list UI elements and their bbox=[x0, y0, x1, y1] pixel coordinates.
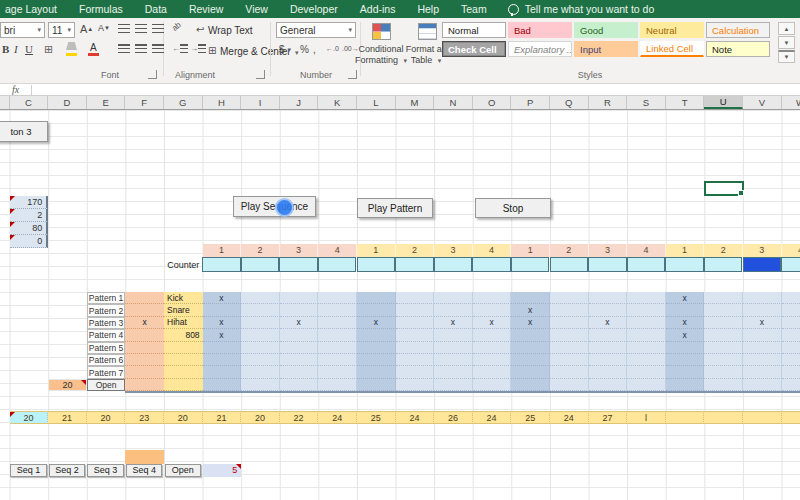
instrument-cell[interactable]: Hihat bbox=[164, 317, 203, 329]
counter-step-header[interactable]: 3 bbox=[743, 244, 782, 257]
step-cell[interactable] bbox=[704, 292, 743, 304]
step-cell[interactable] bbox=[434, 329, 473, 341]
wrap-text-button[interactable]: Wrap Text bbox=[208, 25, 253, 36]
step-cell[interactable] bbox=[280, 292, 319, 304]
cell-style-neutral[interactable]: Neutral bbox=[640, 22, 704, 38]
counter-cell[interactable] bbox=[395, 257, 434, 273]
step-cell[interactable] bbox=[550, 317, 589, 329]
step-cell[interactable] bbox=[280, 304, 319, 316]
number-dialog-launcher-icon[interactable] bbox=[348, 70, 357, 79]
step-cell[interactable] bbox=[704, 342, 743, 354]
step-cell[interactable] bbox=[589, 342, 628, 354]
pattern-select-cell[interactable] bbox=[125, 329, 164, 341]
counter-cell[interactable] bbox=[588, 257, 627, 273]
tempo-row-cell[interactable] bbox=[666, 411, 705, 424]
step-cell[interactable] bbox=[704, 366, 743, 378]
align-right-icon[interactable] bbox=[152, 44, 164, 53]
step-cell[interactable] bbox=[357, 304, 396, 316]
styles-scroll-up-icon[interactable]: ▲ bbox=[778, 22, 795, 35]
step-cell[interactable] bbox=[550, 292, 589, 304]
step-cell[interactable] bbox=[782, 317, 800, 329]
step-cell[interactable] bbox=[743, 354, 782, 366]
seq4-highlight-cell[interactable] bbox=[125, 450, 164, 464]
seq-button-seq-4[interactable]: Seq 4 bbox=[126, 464, 163, 478]
pattern-select-cell[interactable] bbox=[125, 304, 164, 316]
counter-step-header[interactable]: 3 bbox=[589, 244, 628, 257]
pattern-select-cell[interactable] bbox=[125, 292, 164, 304]
cell-style-bad[interactable]: Bad bbox=[508, 22, 572, 38]
tell-me-box[interactable]: Tell me what you want to do bbox=[523, 0, 666, 18]
counter-cell[interactable] bbox=[241, 257, 280, 273]
ribbon-tab-add-ins[interactable]: Add-ins bbox=[349, 0, 407, 18]
ribbon-tab-age-layout[interactable]: age Layout bbox=[0, 0, 68, 18]
step-cell[interactable] bbox=[357, 329, 396, 341]
pattern-select-cell[interactable] bbox=[125, 342, 164, 354]
column-header-partial[interactable] bbox=[0, 96, 10, 109]
step-cell[interactable] bbox=[550, 379, 589, 391]
step-cell[interactable]: x bbox=[589, 317, 628, 329]
step-cell[interactable] bbox=[473, 379, 512, 391]
column-header-R[interactable]: R bbox=[589, 96, 628, 109]
ribbon-tab-developer[interactable]: Developer bbox=[279, 0, 349, 18]
step-cell[interactable] bbox=[627, 329, 666, 341]
step-cell[interactable] bbox=[743, 366, 782, 378]
step-cell[interactable] bbox=[280, 342, 319, 354]
counter-cell[interactable] bbox=[202, 257, 241, 273]
step-cell[interactable] bbox=[396, 366, 435, 378]
step-cell[interactable] bbox=[550, 354, 589, 366]
pattern-row-label[interactable]: Pattern 5 bbox=[87, 342, 126, 354]
step-cell[interactable] bbox=[357, 292, 396, 304]
cell-style-good[interactable]: Good bbox=[574, 22, 638, 38]
step-cell[interactable] bbox=[511, 354, 550, 366]
tempo-row-cell[interactable]: 24 bbox=[550, 411, 589, 424]
button3[interactable]: ton 3 bbox=[0, 121, 48, 142]
step-cell[interactable]: x bbox=[743, 317, 782, 329]
orientation-icon[interactable]: ab bbox=[170, 20, 183, 33]
styles-scroll-down-icon[interactable]: ▼ bbox=[778, 36, 795, 49]
step-cell[interactable] bbox=[743, 379, 782, 391]
counter-step-header[interactable]: 4 bbox=[627, 244, 666, 257]
align-middle-icon[interactable] bbox=[135, 24, 147, 33]
step-cell[interactable] bbox=[203, 366, 242, 378]
ribbon-tab-view[interactable]: View bbox=[234, 0, 279, 18]
step-cell[interactable] bbox=[627, 354, 666, 366]
pattern-select-cell[interactable] bbox=[125, 366, 164, 378]
step-cell[interactable] bbox=[241, 342, 280, 354]
number-format-combobox[interactable]: General▾ bbox=[276, 22, 356, 38]
seq-button-seq-2[interactable]: Seq 2 bbox=[49, 464, 86, 478]
step-cell[interactable] bbox=[434, 354, 473, 366]
cell-style-check-cell[interactable]: Check Cell bbox=[442, 41, 506, 57]
shrink-font-icon[interactable]: A▼ bbox=[98, 23, 110, 33]
step-cell[interactable] bbox=[473, 292, 512, 304]
open-value-cell[interactable]: 20 bbox=[48, 379, 87, 391]
counter-label[interactable]: Counter bbox=[164, 257, 203, 272]
step-cell[interactable] bbox=[396, 329, 435, 341]
counter-cell[interactable] bbox=[627, 257, 666, 273]
step-cell[interactable] bbox=[666, 366, 705, 378]
step-cell[interactable] bbox=[396, 354, 435, 366]
column-header-C[interactable]: C bbox=[10, 96, 49, 109]
merge-center-icon[interactable]: ⊞ bbox=[208, 45, 216, 56]
column-header-M[interactable]: M bbox=[396, 96, 435, 109]
column-header-S[interactable]: S bbox=[627, 96, 666, 109]
step-cell[interactable] bbox=[627, 304, 666, 316]
accounting-format-icon[interactable]: $▾ bbox=[279, 44, 291, 55]
counter-cell[interactable] bbox=[318, 257, 357, 273]
counter-cell[interactable] bbox=[781, 257, 800, 273]
pattern-row-label[interactable]: Pattern 7 bbox=[87, 366, 126, 378]
tempo-row-cell[interactable]: 25 bbox=[511, 411, 550, 424]
stop-button[interactable]: Stop bbox=[475, 198, 551, 218]
step-cell[interactable] bbox=[203, 342, 242, 354]
cell-style-note[interactable]: Note bbox=[706, 41, 770, 57]
pattern-select-cell[interactable] bbox=[125, 379, 164, 391]
seq-button-open[interactable]: Open bbox=[165, 464, 202, 478]
step-cell[interactable] bbox=[782, 292, 800, 304]
conditional-formatting-icon[interactable] bbox=[372, 23, 391, 40]
step-cell[interactable] bbox=[241, 379, 280, 391]
step-cell[interactable] bbox=[627, 317, 666, 329]
seq-button-seq-3[interactable]: Seq 3 bbox=[87, 464, 124, 478]
cell-style-normal[interactable]: Normal bbox=[442, 22, 506, 38]
increase-decimal-icon[interactable]: ←.0 bbox=[326, 45, 339, 52]
counter-step-header[interactable]: 2 bbox=[396, 244, 435, 257]
step-cell[interactable] bbox=[782, 342, 800, 354]
